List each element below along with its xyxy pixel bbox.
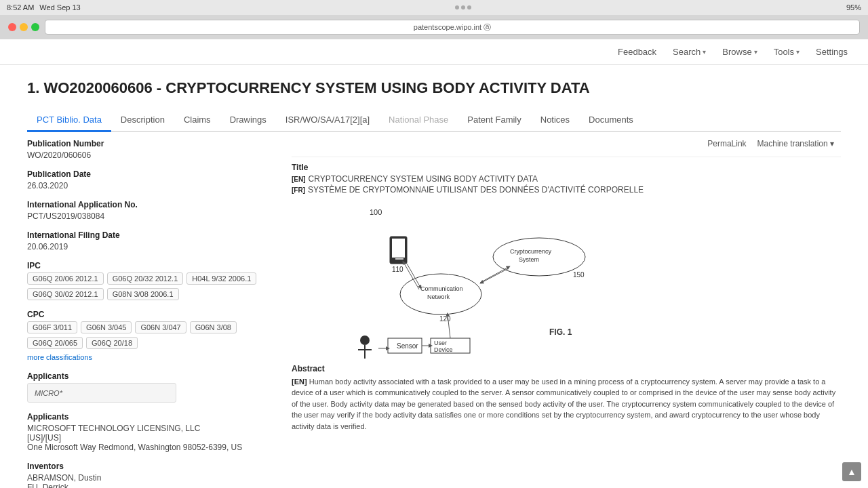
tab-drawings[interactable]: Drawings (220, 109, 276, 132)
ipc-tag[interactable]: G06Q 20/32 2012.1 (107, 272, 184, 285)
left-panel: Publication Number WO/2020/060606 Public… (27, 139, 285, 488)
intl-filing-date-field: International Filing Date 20.06.2019 (27, 230, 271, 251)
nav-settings[interactable]: Settings (816, 47, 848, 57)
ipc-label: IPC (27, 261, 271, 270)
pub-date-value: 26.03.2020 (27, 181, 271, 190)
title-section: Title [EN]CRYPTOCURRENCY SYSTEM USING BO… (292, 163, 841, 195)
battery-indicator: 95% (846, 3, 861, 12)
inventor-2: FU, Derrick (27, 483, 271, 488)
cpc-field: CPC G06F 3/011 G06N 3/045 G06N 3/047 G06… (27, 310, 271, 362)
minimize-button[interactable] (20, 23, 28, 31)
diagram-label-150: 150 (573, 271, 585, 279)
maximize-button[interactable] (31, 23, 39, 31)
applicants-detail-label: Applicants (27, 412, 271, 422)
nav-tools[interactable]: Tools ▾ (774, 47, 800, 57)
diagram-label-100: 100 (370, 208, 382, 216)
os-time: 8:52 AM (7, 3, 34, 12)
diagram-crypto-label-2: System (519, 256, 539, 263)
diagram-person-icon (358, 336, 372, 359)
main-content: 1. WO2020060606 - CRYPTOCURRENCY SYSTEM … (0, 65, 868, 488)
cpc-tag[interactable]: G06N 3/045 (81, 321, 132, 333)
title-fr-text: SYSTÈME DE CRYPTOMONNAIE UTILISANT DES D… (308, 185, 644, 195)
diagram-comm-label-1: Communication (420, 285, 463, 292)
os-bar-right: 95% (846, 3, 861, 12)
cpc-tag[interactable]: G06F 3/011 (27, 321, 77, 333)
page-title: 1. WO2020060606 - CRYPTOCURRENCY SYSTEM … (27, 65, 841, 109)
abstract-label: Abstract (292, 364, 841, 373)
os-bar-left: 8:52 AM Wed Sep 13 (7, 3, 81, 12)
browser-chrome: patentscope.wipo.int ⓐ (0, 15, 868, 39)
cpc-tag[interactable]: G06Q 20/18 (86, 337, 138, 349)
svg-line-12 (480, 267, 509, 283)
tab-pct-biblio[interactable]: PCT Biblio. Data (27, 109, 111, 132)
tab-notices[interactable]: Notices (531, 109, 579, 132)
applicants-header-field: Applicants MICRO* (27, 371, 271, 403)
applicants-detail-field: Applicants MICROSOFT TECHNOLOGY LICENSIN… (27, 412, 271, 452)
tab-claims[interactable]: Claims (174, 109, 220, 132)
ipc-tags: G06Q 20/06 2012.1 G06Q 20/32 2012.1 H04L… (27, 272, 271, 300)
abstract-lang: [EN] (292, 378, 307, 386)
diagram-comm-label-2: Network (427, 293, 450, 300)
nav-bar: Feedback Search ▾ Browse ▾ Tools ▾ Setti… (0, 39, 868, 65)
tab-national-phase: National Phase (379, 109, 458, 132)
nav-search[interactable]: Search ▾ (673, 47, 706, 57)
ipc-tag[interactable]: G06Q 30/02 2012.1 (27, 288, 104, 300)
ipc-field: IPC G06Q 20/06 2012.1 G06Q 20/32 2012.1 … (27, 261, 271, 300)
more-classifications-link[interactable]: more classifications (27, 353, 92, 361)
intl-app-label: International Application No. (27, 200, 271, 209)
diagram-sensor-label: Sensor (397, 342, 418, 350)
os-dot-3 (467, 5, 471, 9)
abstract-text: [EN] Human body activity associated with… (292, 376, 841, 432)
nav-feedback[interactable]: Feedback (618, 47, 656, 57)
tools-chevron-icon: ▾ (796, 48, 800, 56)
diagram-fig-label: FIG. 1 (549, 327, 572, 337)
os-dot-2 (461, 5, 465, 9)
tab-isr[interactable]: ISR/WO/SA/A17[2][a] (276, 109, 379, 132)
os-bar-center (455, 5, 471, 9)
diagram-label-110: 110 (392, 266, 403, 273)
title-label: Title (292, 163, 841, 172)
title-en-lang: [EN] (292, 176, 306, 183)
tab-documents[interactable]: Documents (579, 109, 643, 132)
browse-chevron-icon: ▾ (754, 48, 757, 56)
address-bar[interactable]: patentscope.wipo.int ⓐ (45, 20, 860, 35)
ipc-tag[interactable]: G06Q 20/06 2012.1 (27, 272, 104, 285)
diagram-container: 100 145 Sensor 1 (292, 203, 841, 359)
svg-line-13 (481, 269, 507, 283)
pub-number-value: WO/2020/060606 (27, 150, 271, 160)
divider-1 (292, 157, 841, 157)
close-button[interactable] (8, 23, 16, 31)
ipc-tag[interactable]: G08N 3/08 2006.1 (107, 288, 179, 300)
scroll-to-top-button[interactable]: ▲ (842, 462, 861, 481)
diagram-label-120: 120 (439, 315, 451, 323)
title-fr: [FR]SYSTÈME DE CRYPTOMONNAIE UTILISANT D… (292, 185, 841, 195)
tab-description[interactable]: Description (111, 109, 174, 132)
title-en-text: CRYPTOCURRENCY SYSTEM USING BODY ACTIVIT… (309, 174, 538, 184)
right-panel: PermaLink Machine translation ▾ Title [E… (285, 139, 841, 488)
content-area: Publication Number WO/2020/060606 Public… (27, 132, 841, 488)
cpc-tag[interactable]: G06Q 20/065 (27, 337, 83, 349)
pub-date-label: Publication Date (27, 169, 271, 179)
diagram-crypto-label-1: Cryptocurrency (510, 248, 552, 255)
publication-date-field: Publication Date 26.03.2020 (27, 169, 271, 190)
os-bar: 8:52 AM Wed Sep 13 95% (0, 0, 868, 15)
cpc-label: CPC (27, 310, 271, 319)
scroll-top-icon: ▲ (847, 466, 856, 477)
intl-filing-label: International Filing Date (27, 230, 271, 240)
os-date: Wed Sep 13 (39, 3, 80, 12)
ipc-tag[interactable]: H04L 9/32 2006.1 (186, 272, 256, 285)
cpc-tag[interactable]: G06N 3/08 (190, 321, 237, 333)
title-en: [EN]CRYPTOCURRENCY SYSTEM USING BODY ACT… (292, 174, 841, 184)
inventors-label: Inventors (27, 462, 271, 471)
tab-patent-family[interactable]: Patent Family (458, 109, 530, 132)
tab-bar: PCT Biblio. Data Description Claims Draw… (27, 109, 841, 132)
search-chevron-icon: ▾ (703, 48, 706, 56)
machine-translation-button[interactable]: Machine translation ▾ (757, 139, 834, 148)
title-fr-lang: [FR] (292, 186, 305, 194)
patent-diagram: 100 145 Sensor 1 (292, 203, 617, 359)
permalink-button[interactable]: PermaLink (707, 139, 746, 148)
diagram-user-device-label-2: Device (434, 346, 453, 353)
cpc-tag[interactable]: G06N 3/047 (135, 321, 186, 333)
nav-browse[interactable]: Browse ▾ (722, 47, 757, 57)
inventor-1: ABRAMSON, Dustin (27, 473, 271, 483)
